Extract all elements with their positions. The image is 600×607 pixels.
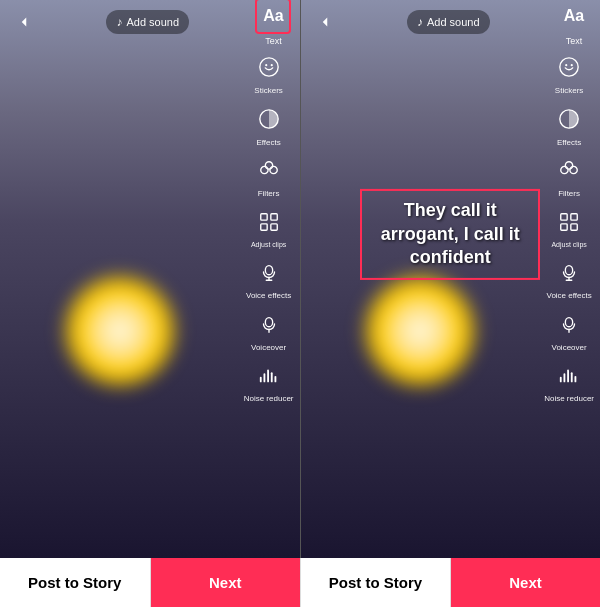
sticker-icon: [250, 48, 288, 86]
left-stickers-label: Stickers: [254, 86, 282, 96]
right-back-button[interactable]: [309, 6, 341, 38]
right-tool-noise-reducer[interactable]: Noise reducer: [544, 356, 594, 404]
left-next-button[interactable]: Next: [151, 558, 301, 607]
right-panel: ♪ Add sound Aa Text Stickers: [301, 0, 601, 558]
effects-icon: [250, 100, 288, 138]
svg-point-26: [570, 167, 577, 174]
music-icon: ♪: [116, 15, 122, 29]
svg-point-23: [571, 64, 573, 66]
svg-point-4: [260, 167, 267, 174]
svg-rect-8: [270, 214, 276, 220]
svg-point-14: [265, 317, 272, 326]
right-text-tool[interactable]: Aa Text: [556, 0, 592, 46]
voice-effects-icon: [250, 253, 288, 291]
svg-rect-16: [259, 377, 261, 383]
noise-reducer-icon: [250, 356, 288, 394]
svg-rect-39: [567, 370, 569, 383]
right-post-story-button[interactable]: Post to Story: [301, 558, 451, 607]
voiceover-icon: [250, 305, 288, 343]
svg-rect-7: [260, 214, 266, 220]
right-tool-filters[interactable]: Filters: [550, 151, 588, 199]
left-tool-effects[interactable]: Effects: [250, 100, 288, 148]
svg-rect-18: [267, 370, 269, 383]
svg-point-0: [259, 58, 277, 76]
left-voiceover-label: Voiceover: [251, 343, 286, 353]
svg-rect-40: [571, 373, 573, 383]
right-add-sound-label: Add sound: [427, 16, 480, 28]
svg-rect-41: [575, 376, 577, 382]
right-voice-effects-label: Voice effects: [546, 291, 591, 301]
svg-rect-10: [270, 224, 276, 230]
right-text-label: Text: [566, 36, 583, 46]
right-sticker-icon: [550, 48, 588, 86]
svg-point-35: [565, 317, 572, 326]
right-tools-sidebar: Stickers Effects Filters Adjust clips: [544, 48, 594, 404]
left-tool-stickers[interactable]: Stickers: [250, 48, 288, 96]
right-tool-voice-effects[interactable]: Voice effects: [546, 253, 591, 301]
svg-rect-28: [561, 214, 567, 220]
left-panel: ♪ Add sound Aa Text Stickers: [0, 0, 300, 558]
right-tool-stickers[interactable]: Stickers: [550, 48, 588, 96]
left-post-story-button[interactable]: Post to Story: [0, 558, 151, 607]
left-text-label: Text: [265, 36, 282, 46]
svg-point-21: [560, 58, 578, 76]
right-add-sound-button[interactable]: ♪ Add sound: [407, 10, 490, 34]
right-voice-effects-icon: [550, 253, 588, 291]
svg-point-27: [565, 162, 572, 169]
svg-rect-29: [571, 214, 577, 220]
svg-point-25: [561, 167, 568, 174]
svg-point-6: [265, 162, 272, 169]
right-stickers-label: Stickers: [555, 86, 583, 96]
right-voiceover-label: Voiceover: [552, 343, 587, 353]
svg-point-5: [270, 167, 277, 174]
right-adjust-clips-icon: [550, 203, 588, 241]
svg-rect-9: [260, 224, 266, 230]
right-text-button[interactable]: Aa: [556, 0, 592, 34]
right-effects-icon: [550, 100, 588, 138]
left-bottom-buttons: Post to Story Next: [0, 558, 300, 607]
left-tool-voiceover[interactable]: Voiceover: [250, 305, 288, 353]
right-bottom-buttons: Post to Story Next: [300, 558, 600, 607]
right-noise-reducer-icon: [550, 356, 588, 394]
svg-point-2: [270, 64, 272, 66]
left-add-sound-button[interactable]: ♪ Add sound: [106, 10, 189, 34]
right-text-aa: Aa: [564, 7, 584, 25]
svg-rect-17: [263, 374, 265, 383]
left-effects-label: Effects: [256, 138, 280, 148]
left-adjust-clips-label: Adjust clips: [251, 241, 286, 249]
right-tool-adjust-clips[interactable]: Adjust clips: [550, 203, 588, 249]
svg-rect-37: [560, 377, 562, 383]
svg-rect-30: [561, 224, 567, 230]
panels-row: ♪ Add sound Aa Text Stickers: [0, 0, 600, 558]
overlay-text: They call it arrogant, I call it confide…: [381, 200, 520, 267]
right-effects-label: Effects: [557, 138, 581, 148]
right-tool-voiceover[interactable]: Voiceover: [550, 305, 588, 353]
left-text-aa: Aa: [263, 7, 283, 25]
left-tool-noise-reducer[interactable]: Noise reducer: [244, 356, 294, 404]
svg-rect-31: [571, 224, 577, 230]
right-noise-reducer-label: Noise reducer: [544, 394, 594, 404]
right-next-button[interactable]: Next: [451, 558, 600, 607]
svg-rect-19: [270, 373, 272, 383]
left-back-button[interactable]: [8, 6, 40, 38]
left-voice-effects-label: Voice effects: [246, 291, 291, 301]
adjust-clips-icon: [250, 203, 288, 241]
left-text-tool[interactable]: Aa Text: [255, 0, 291, 46]
svg-rect-38: [564, 374, 566, 383]
left-tool-adjust-clips[interactable]: Adjust clips: [250, 203, 288, 249]
text-overlay[interactable]: They call it arrogant, I call it confide…: [360, 189, 540, 279]
left-filters-label: Filters: [258, 189, 280, 199]
right-tool-effects[interactable]: Effects: [550, 100, 588, 148]
right-music-icon: ♪: [417, 15, 423, 29]
left-text-button[interactable]: Aa: [255, 0, 291, 34]
right-voiceover-icon: [550, 305, 588, 343]
left-tool-filters[interactable]: Filters: [250, 151, 288, 199]
svg-point-11: [265, 266, 272, 275]
left-tool-voice-effects[interactable]: Voice effects: [246, 253, 291, 301]
left-top-bar: ♪ Add sound Aa Text: [0, 0, 300, 44]
left-noise-reducer-label: Noise reducer: [244, 394, 294, 404]
right-filters-label: Filters: [558, 189, 580, 199]
svg-point-1: [265, 64, 267, 66]
left-tools-sidebar: Stickers Effects Filters Adjust clips: [244, 48, 294, 404]
right-adjust-clips-label: Adjust clips: [551, 241, 586, 249]
